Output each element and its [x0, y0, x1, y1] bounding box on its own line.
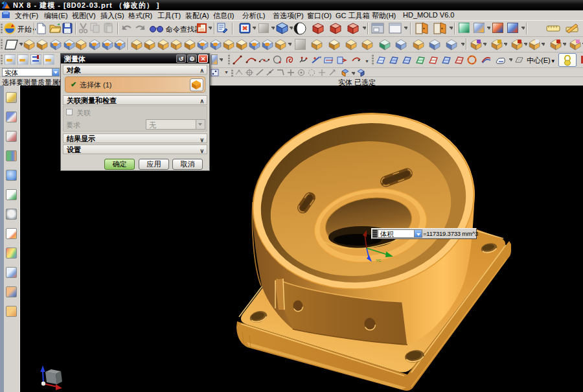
svg-text:YC: YC	[376, 259, 382, 262]
